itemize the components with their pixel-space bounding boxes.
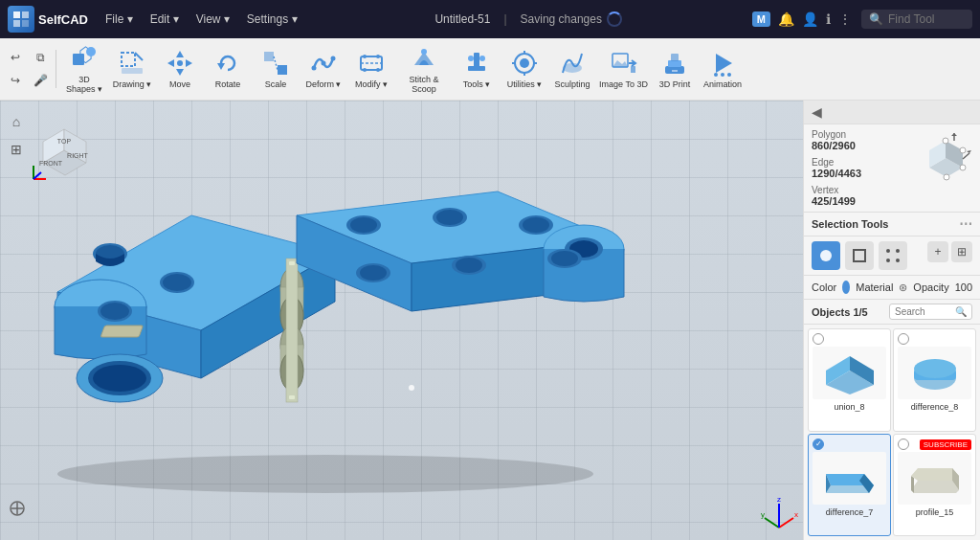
objects-search[interactable]: 🔍	[889, 304, 972, 320]
sel-add-btn[interactable]: +	[927, 241, 948, 262]
app-logo[interactable]: SelfCAD	[8, 6, 88, 33]
obj-check-diff7[interactable]	[813, 439, 824, 450]
sel-vertex-btn[interactable]	[879, 241, 907, 270]
obj-check-profile15[interactable]	[898, 439, 909, 450]
svg-rect-87	[289, 395, 295, 399]
m-icon[interactable]: M	[752, 11, 770, 27]
toolbar-modify[interactable]: Modify ▾	[348, 43, 394, 96]
selection-more-icon[interactable]: ⋯	[959, 216, 972, 232]
svg-point-101	[360, 265, 387, 281]
svg-rect-9	[122, 68, 143, 74]
notification-icon[interactable]: 🔔	[778, 11, 794, 27]
toolbar-move[interactable]: Move	[157, 43, 203, 96]
svg-rect-7	[122, 53, 135, 66]
toolbar-scale[interactable]: Scale	[253, 43, 299, 96]
obj-check-diff8[interactable]	[898, 333, 909, 345]
svg-rect-42	[631, 66, 635, 73]
svg-line-120	[963, 153, 969, 159]
svg-point-95	[436, 210, 463, 225]
sel-grid-btn[interactable]: ⊞	[951, 241, 972, 262]
more-icon[interactable]: ⋮	[838, 11, 852, 27]
svg-marker-141	[911, 476, 914, 493]
object-card-diff7[interactable]: difference_7	[808, 434, 891, 537]
obj-name-diff7: difference_7	[813, 507, 886, 517]
info-icon[interactable]: ℹ	[826, 11, 831, 27]
svg-point-135	[914, 359, 956, 378]
menu-settings[interactable]: Settings ▾	[239, 9, 305, 30]
toolbar-3dshapes[interactable]: 3D Shapes ▾	[61, 43, 107, 96]
svg-rect-85	[286, 259, 298, 402]
undo-button[interactable]: ↩	[5, 47, 26, 68]
svg-point-14	[177, 60, 183, 66]
toolbar-utilities[interactable]: Utilities ▾	[501, 43, 547, 96]
svg-marker-121	[967, 150, 971, 153]
svg-point-77	[93, 365, 146, 392]
topbar: SelfCAD File ▾ Edit ▾ View ▾ Settings ▾ …	[0, 0, 980, 38]
color-swatch[interactable]	[842, 281, 850, 294]
svg-rect-30	[468, 66, 485, 71]
opacity-label: Opacity	[913, 281, 948, 293]
objects-search-input[interactable]	[895, 306, 952, 317]
svg-rect-46	[672, 70, 678, 72]
material-label: Material	[856, 281, 893, 293]
svg-point-39	[563, 63, 582, 73]
polygon-label: Polygon	[812, 129, 846, 140]
svg-point-93	[350, 217, 377, 233]
toolbar-rotate-label: Rotate	[215, 79, 241, 89]
toolbar-stitch-scoop[interactable]: Stitch & Scoop	[396, 43, 452, 96]
svg-point-49	[721, 73, 724, 77]
sel-polygon-btn[interactable]	[812, 241, 840, 270]
svg-rect-125	[854, 250, 865, 261]
subscribe-badge[interactable]: SUBSCRIBE	[920, 439, 971, 450]
toolbar-sculpting[interactable]: Sculpting	[549, 43, 595, 96]
obj-name-profile15: profile_15	[898, 507, 971, 517]
vertex-label: Vertex	[812, 185, 838, 195]
panel-collapse-button[interactable]: ◀	[812, 104, 822, 120]
menu-file[interactable]: File ▾	[98, 9, 141, 30]
user-icon[interactable]: 👤	[802, 11, 818, 27]
object-card-union8[interactable]: union_8	[808, 328, 891, 432]
menu-edit[interactable]: Edit ▾	[143, 9, 187, 30]
sel-edge-btn[interactable]	[845, 241, 874, 270]
svg-rect-16	[264, 52, 274, 61]
svg-point-50	[727, 73, 731, 77]
object-card-diff8[interactable]: difference_8	[893, 328, 976, 432]
undo-redo-group: ↩ ↪	[5, 47, 26, 91]
svg-rect-45	[671, 54, 679, 61]
viewport[interactable]: ⌂ ⊞ TOP FRONT RIGHT	[0, 101, 803, 540]
obj-check-union8[interactable]	[813, 333, 824, 345]
toolbar-sculpting-label: Sculpting	[554, 79, 590, 89]
mic-button[interactable]: 🎤	[30, 70, 51, 91]
toolbar-tools[interactable]: Tools ▾	[454, 43, 500, 96]
find-tool-bar[interactable]: 🔍	[861, 10, 972, 29]
toolbar-animation-label: Animation	[703, 79, 742, 89]
svg-rect-78	[100, 326, 143, 337]
opacity-value: 100	[955, 281, 972, 293]
svg-rect-44	[668, 60, 681, 67]
mini-3d-view[interactable]	[920, 129, 972, 182]
objects-grid: union_8 difference_8	[804, 325, 980, 540]
toolbar-utilities-label: Utilities ▾	[507, 79, 543, 89]
toolbar-deform[interactable]: Deform ▾	[301, 43, 346, 96]
toolbar-drawing[interactable]: Drawing ▾	[109, 43, 155, 96]
svg-rect-3	[22, 20, 29, 27]
svg-point-127	[896, 249, 900, 253]
redo-button[interactable]: ↪	[5, 70, 26, 91]
toolbar-scale-label: Scale	[265, 79, 287, 89]
svg-marker-11	[176, 69, 184, 76]
svg-marker-10	[176, 51, 184, 57]
toolbar-image-to-3d[interactable]: Image To 3D	[597, 43, 650, 96]
svg-point-128	[886, 259, 890, 262]
toolbar-rotate[interactable]: Rotate	[205, 43, 251, 96]
toolbar-3dprint[interactable]: 3D Print	[652, 43, 698, 96]
toolbar-animation[interactable]: Animation	[700, 43, 746, 96]
object-card-profile15[interactable]: SUBSCRIBE profile_15	[893, 434, 976, 537]
svg-point-74	[163, 274, 191, 291]
menu-view[interactable]: View ▾	[189, 9, 237, 30]
logo-icon	[8, 6, 34, 33]
color-material-row: Color Material ⊛ Opacity 100	[804, 276, 980, 300]
toolbar-tools-label: Tools ▾	[463, 79, 491, 89]
right-panel: ◀ Polygon 860/2960 Edge 1290/4463 Vertex…	[803, 101, 980, 540]
copy-button[interactable]: ⧉	[30, 47, 51, 68]
find-tool-input[interactable]	[888, 12, 965, 26]
